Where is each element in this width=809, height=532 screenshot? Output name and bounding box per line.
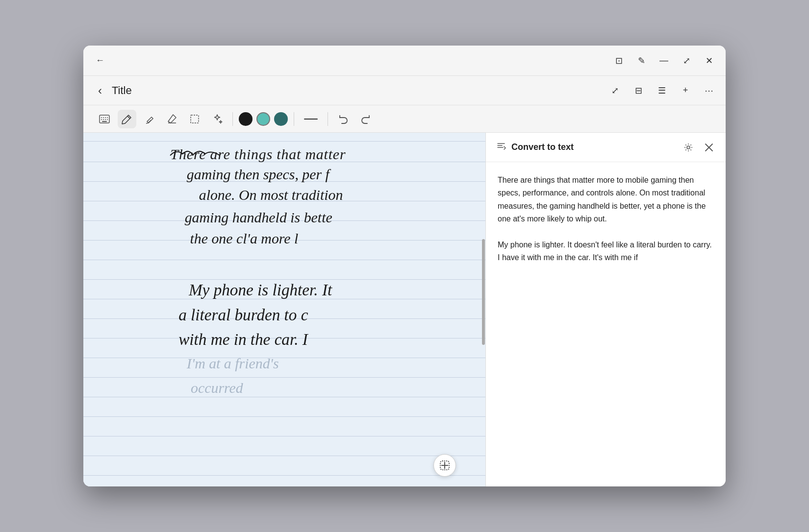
pen-tool[interactable] bbox=[118, 110, 136, 128]
separator-3 bbox=[328, 112, 328, 126]
nav-bar: ‹ Title ⤢ ⊟ ☰ + ⋯ bbox=[83, 76, 726, 105]
close-button[interactable]: ✕ bbox=[702, 54, 716, 68]
svg-line-12 bbox=[146, 123, 148, 123]
highlighter-tool[interactable] bbox=[140, 110, 159, 128]
scrollbar-track[interactable] bbox=[481, 133, 485, 486]
screenshot-icon[interactable]: ⊡ bbox=[612, 54, 626, 68]
add-content-button[interactable] bbox=[433, 454, 456, 477]
eraser-tool[interactable] bbox=[163, 110, 181, 128]
convert-body: There are things that matter more to mob… bbox=[486, 162, 726, 486]
svg-text:with me in the car.  I: with me in the car. I bbox=[178, 330, 309, 348]
svg-text:occurred: occurred bbox=[191, 380, 243, 396]
tool-bar bbox=[83, 105, 726, 133]
undo-button[interactable] bbox=[334, 110, 353, 128]
app-window: ← ⊡ ✎ — ⤢ ✕ ‹ Title ⤢ ⊟ ☰ + ⋯ bbox=[83, 46, 726, 486]
settings-button[interactable] bbox=[682, 141, 695, 154]
back-button[interactable]: ← bbox=[93, 54, 107, 68]
color-dark-teal[interactable] bbox=[274, 112, 288, 126]
convert-icon bbox=[496, 141, 506, 154]
scrollbar-thumb[interactable] bbox=[482, 239, 485, 345]
convert-panel-title: Convert to text bbox=[511, 142, 682, 152]
pin-icon[interactable]: ✎ bbox=[634, 54, 648, 68]
more-options-button[interactable]: ⋯ bbox=[702, 84, 716, 97]
minimize-button[interactable]: — bbox=[657, 54, 671, 68]
expand-icon[interactable]: ⤢ bbox=[608, 84, 622, 97]
svg-text:a literal    burden  to c: a literal burden to c bbox=[178, 306, 308, 324]
svg-point-28 bbox=[687, 146, 690, 149]
color-teal[interactable] bbox=[256, 112, 270, 126]
lasso-tool[interactable] bbox=[185, 110, 204, 128]
svg-text:alone.    On most tradition: alone. On most tradition bbox=[199, 187, 343, 203]
svg-rect-14 bbox=[191, 115, 199, 123]
redo-button[interactable] bbox=[356, 110, 375, 128]
page-title: Title bbox=[112, 84, 132, 97]
separator-1 bbox=[232, 112, 233, 126]
close-panel-button[interactable] bbox=[702, 141, 716, 154]
svg-text:gaming  handheld is bette: gaming handheld is bette bbox=[185, 209, 332, 225]
keyboard-tool[interactable] bbox=[95, 110, 114, 128]
svg-text:My phone is lighter.  It: My phone is lighter. It bbox=[188, 281, 332, 299]
svg-text:gaming then  specs, per f: gaming then specs, per f bbox=[187, 166, 331, 182]
convert-panel: Convert to text bbox=[485, 133, 726, 486]
svg-text:I'm at a friend's: I'm at a friend's bbox=[186, 355, 279, 371]
summary-icon[interactable]: ☰ bbox=[655, 84, 669, 97]
separator-2 bbox=[294, 112, 294, 126]
svg-text:the one  cl'a more l: the one cl'a more l bbox=[190, 230, 298, 246]
add-button[interactable]: + bbox=[679, 84, 692, 97]
nav-back-button[interactable]: ‹ bbox=[93, 84, 107, 97]
columns-icon[interactable]: ⊟ bbox=[632, 84, 645, 97]
line-thickness-button[interactable] bbox=[300, 112, 322, 126]
convert-header: Convert to text bbox=[486, 133, 726, 162]
magic-tool[interactable] bbox=[208, 110, 227, 128]
lined-paper: There are things that matter gaming then… bbox=[83, 133, 485, 486]
svg-text:There are things that matter: There are things that matter bbox=[171, 146, 346, 162]
maximize-button[interactable]: ⤢ bbox=[680, 54, 693, 68]
main-content: There are things that matter gaming then… bbox=[83, 133, 726, 486]
canvas-area[interactable]: There are things that matter gaming then… bbox=[83, 133, 485, 486]
converted-text: There are things that matter more to mob… bbox=[498, 174, 714, 265]
color-black[interactable] bbox=[239, 112, 253, 126]
title-bar: ← ⊡ ✎ — ⤢ ✕ bbox=[83, 46, 726, 76]
